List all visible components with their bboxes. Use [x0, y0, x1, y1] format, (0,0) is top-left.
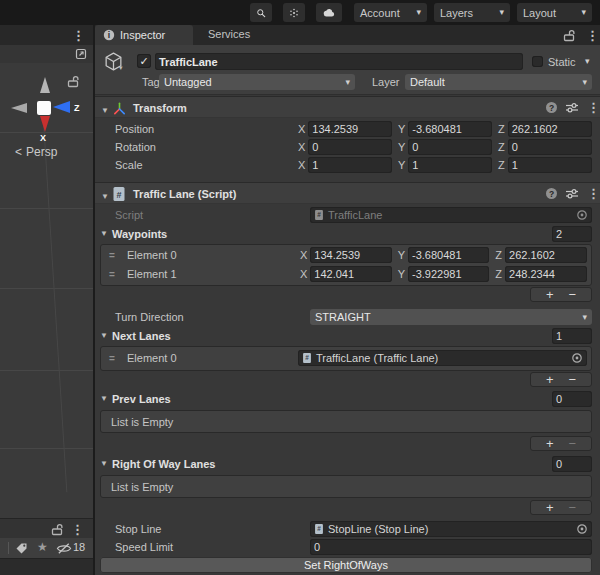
drag-handle-icon[interactable]: =	[109, 266, 115, 283]
set-rightofways-label: Set RightOfWays	[304, 559, 388, 571]
position-x-field[interactable]: 134.2539	[308, 121, 392, 137]
scale-z-field[interactable]: 1	[508, 157, 592, 173]
foldout-icon[interactable]: ▼	[100, 456, 108, 472]
maximize-icon[interactable]	[75, 48, 87, 60]
stop-line-object-field[interactable]: # StopLine (Stop Line)	[310, 521, 592, 537]
layers-dropdown[interactable]: Layers ▾	[434, 3, 510, 22]
help-icon[interactable]: ?	[545, 187, 558, 200]
foldout-icon[interactable]: ▼	[100, 391, 108, 407]
layout-dropdown[interactable]: Layout ▾	[517, 3, 592, 22]
waypoint1-y: -3.922981	[412, 268, 462, 280]
rotation-y-field[interactable]: 0	[408, 139, 492, 155]
svg-text:?: ?	[549, 189, 554, 199]
add-element-button[interactable]: +	[546, 288, 554, 301]
panel-menu-kebab-icon[interactable]: ⋮	[71, 523, 84, 536]
search-button[interactable]	[250, 3, 272, 22]
scene-menu-kebab-icon[interactable]: ⋮	[72, 29, 85, 42]
svg-text:#: #	[305, 355, 309, 362]
help-icon[interactable]: ?	[545, 101, 558, 114]
account-dropdown[interactable]: Account ▾	[354, 3, 427, 22]
position-y-field[interactable]: -3.680481	[408, 121, 492, 137]
traffic-lane-header[interactable]: ▼ # Traffic Lane (Script) ? ⋮	[95, 182, 600, 204]
lock-icon[interactable]	[563, 29, 575, 42]
persp-angle-icon: <	[15, 145, 22, 159]
add-element-button[interactable]: +	[546, 373, 554, 386]
object-picker-icon[interactable]	[576, 523, 588, 535]
rotation-x-field[interactable]: 0	[308, 139, 392, 155]
gizmo-axis-x[interactable]	[40, 116, 50, 132]
gameobject-name: TrafficLane	[159, 56, 218, 68]
remove-element-button[interactable]: −	[568, 288, 576, 301]
y-axis-label: Y	[398, 121, 405, 137]
foldout-icon[interactable]: ▼	[100, 226, 108, 242]
tag-dropdown[interactable]: Untagged ▾	[159, 74, 355, 90]
prev-lanes-count-field[interactable]: 0	[552, 391, 592, 407]
speed-limit-field[interactable]: 0	[310, 539, 592, 555]
lock-icon[interactable]	[67, 75, 79, 88]
active-checkbox[interactable]: ✓	[137, 54, 151, 68]
remove-element-button[interactable]: −	[568, 373, 576, 386]
waypoint0-x-field[interactable]: 134.2539	[310, 247, 391, 263]
component-menu-kebab-icon[interactable]: ⋮	[587, 187, 600, 200]
tag-icon[interactable]	[15, 542, 28, 555]
prev-lanes-empty-text: List is Empty	[111, 416, 173, 428]
object-picker-icon[interactable]	[576, 209, 588, 221]
eye-slash-icon[interactable]	[56, 542, 72, 555]
gizmo-axis-up[interactable]	[40, 77, 50, 93]
static-dropdown-icon[interactable]: ▾	[585, 57, 590, 66]
next-lanes-count-field[interactable]: 1	[552, 328, 592, 344]
activity-indicator-icon	[289, 6, 299, 20]
position-z-field[interactable]: 262.1602	[508, 121, 592, 137]
object-picker-icon[interactable]	[571, 352, 583, 364]
gizmo-axis-left[interactable]	[11, 103, 27, 113]
turn-direction-dropdown[interactable]: STRAIGHT ▾	[310, 309, 592, 325]
lock-icon[interactable]	[51, 523, 63, 536]
waypoint0-z-field[interactable]: 262.1602	[505, 247, 587, 263]
inspector-menu-kebab-icon[interactable]: ⋮	[586, 29, 599, 42]
waypoint1-x-field[interactable]: 142.041	[310, 266, 391, 282]
scale-label: Scale	[115, 157, 143, 173]
presets-icon[interactable]	[565, 102, 579, 113]
activity-indicator-button[interactable]	[283, 3, 305, 22]
next-lane0-label: Element 0	[127, 350, 177, 366]
z-axis-label: Z	[495, 266, 502, 282]
next-lane0-object-field[interactable]: # TrafficLane (Traffic Lane)	[298, 350, 587, 366]
next-lanes-count: 1	[556, 330, 562, 342]
gameobject-name-field[interactable]: TrafficLane	[155, 53, 523, 70]
add-element-button[interactable]: +	[546, 501, 554, 514]
scale-x-field[interactable]: 1	[308, 157, 392, 173]
rotation-z-field[interactable]: 0	[508, 139, 592, 155]
foldout-icon[interactable]: ▼	[101, 100, 109, 122]
presets-icon[interactable]	[565, 188, 579, 199]
tab-inspector[interactable]: i Inspector	[95, 25, 193, 45]
foldout-icon[interactable]: ▼	[101, 186, 109, 208]
remove-element-button[interactable]: −	[568, 437, 576, 450]
script-object-field[interactable]: # TrafficLane	[310, 207, 592, 223]
waypoint0-y-field[interactable]: -3.680481	[408, 247, 489, 263]
inspector-tabbar: i Inspector Services ⋮	[95, 25, 600, 45]
waypoint1-z-field[interactable]: 248.2344	[505, 266, 587, 282]
waypoint1-y-field[interactable]: -3.922981	[408, 266, 489, 282]
gizmo-axis-z[interactable]	[53, 101, 70, 113]
layer-dropdown[interactable]: Default ▾	[405, 74, 592, 90]
scene-viewport[interactable]: Z X < Persp	[0, 63, 93, 518]
cube-dropdown-icon[interactable]: ▾	[119, 64, 123, 72]
remove-element-button[interactable]: −	[568, 501, 576, 514]
waypoint0-z: 262.1602	[509, 249, 555, 261]
transform-header[interactable]: ▼ Transform ? ⋮	[95, 96, 600, 118]
right-of-way-lanes-count-field[interactable]: 0	[552, 456, 592, 472]
cloud-collab-button[interactable]	[316, 3, 342, 22]
set-rightofways-button[interactable]: Set RightOfWays	[100, 557, 592, 573]
add-element-button[interactable]: +	[546, 437, 554, 450]
foldout-icon[interactable]: ▼	[100, 328, 108, 344]
component-menu-kebab-icon[interactable]: ⋮	[587, 101, 600, 114]
waypoints-count-field[interactable]: 2	[552, 226, 592, 242]
drag-handle-icon[interactable]: =	[109, 247, 115, 264]
static-checkbox[interactable]	[532, 56, 543, 67]
tab-services[interactable]: Services	[208, 28, 250, 40]
scale-y-field[interactable]: 1	[408, 157, 492, 173]
star-icon[interactable]: ★	[37, 540, 48, 554]
perspective-toggle[interactable]: < Persp	[15, 145, 57, 159]
gizmo-cube[interactable]	[37, 101, 51, 115]
drag-handle-icon[interactable]: =	[109, 350, 115, 367]
